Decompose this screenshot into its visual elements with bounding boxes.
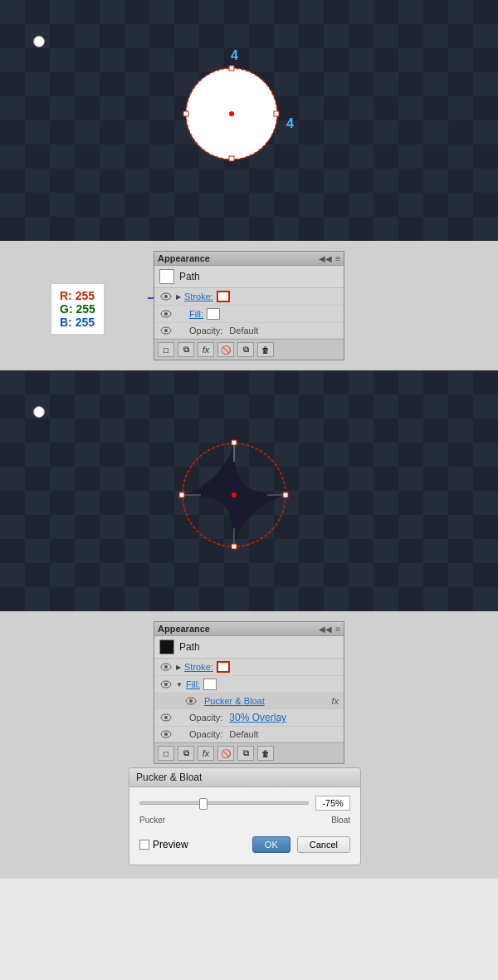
eye-icon-fill-1[interactable]: [159, 309, 173, 319]
eye-icon-stroke-1[interactable]: [159, 292, 173, 301]
path-label-1: Path: [179, 271, 200, 282]
svg-rect-28: [232, 544, 237, 549]
star-shape: [176, 437, 292, 556]
panel-footer-2: □ ⧉ fx 🚫 ⧉ 🗑: [154, 742, 344, 763]
panel-titlebar-1: Appearance ◀◀ ≡: [154, 252, 344, 266]
canvas-area-1: 4 4: [0, 0, 498, 241]
new-item-btn-2[interactable]: □: [158, 746, 174, 761]
preview-label: Preview: [153, 839, 188, 850]
pb-titlebar: Pucker & Bloat: [129, 768, 360, 787]
new-item-btn-1[interactable]: □: [158, 342, 174, 357]
opacity-label-2a: Opacity:: [189, 713, 222, 723]
appearance-panel-1: Appearance ◀◀ ≡ Path ▶ Stroke:: [154, 251, 344, 360]
fill-label-2[interactable]: Fill:: [186, 679, 200, 689]
trash-btn-1[interactable]: 🗑: [257, 342, 274, 357]
stroke-label-2[interactable]: Stroke:: [184, 662, 213, 672]
copy-btn-2[interactable]: ⧉: [237, 746, 254, 761]
path-row-1: Path: [154, 266, 344, 288]
fx-btn-1[interactable]: fx: [198, 342, 214, 357]
copy-btn-1[interactable]: ⧉: [237, 342, 254, 357]
svg-point-33: [164, 665, 168, 669]
stroke-row-1: ▶ Stroke:: [154, 288, 344, 306]
fill-row-1: Fill:: [154, 306, 344, 323]
path-swatch-2: [159, 639, 174, 654]
label-4-top: 4: [231, 48, 238, 63]
path-swatch-1: [159, 269, 174, 284]
svg-point-39: [164, 716, 168, 719]
panel-controls-1: ◀◀ ≡: [319, 254, 340, 263]
duplicate-btn-2[interactable]: ⧉: [178, 746, 194, 761]
pb-body: -75% Pucker Bloat Preview OK Cancel: [129, 787, 360, 865]
stroke-swatch-2[interactable]: [217, 661, 230, 673]
opacity-value-2b: Default: [229, 729, 258, 739]
slider-value[interactable]: -75%: [315, 796, 350, 811]
panel-titlebar-2: Appearance ◀◀ ≡: [154, 622, 344, 636]
opacity-row-1: Opacity: Default: [154, 323, 344, 339]
delete-btn-2[interactable]: 🚫: [217, 746, 234, 761]
bottom-spacer: [0, 865, 498, 875]
svg-point-37: [189, 699, 193, 703]
pb-buttons: OK Cancel: [252, 836, 350, 853]
ok-button[interactable]: OK: [252, 836, 290, 853]
fill-swatch-1[interactable]: [207, 308, 220, 320]
panel-body-2: Path ▶ Stroke: ▼ Fill:: [154, 636, 344, 742]
eye-icon-opacity-1[interactable]: [159, 326, 173, 336]
slider-thumb[interactable]: [199, 798, 208, 810]
color-label-box: R: 255 G: 255 B: 255: [50, 282, 105, 336]
panel-footer-1: □ ⧉ fx 🚫 ⧉ 🗑: [154, 339, 344, 360]
path-row-2: Path: [154, 636, 344, 659]
preview-cb[interactable]: [139, 840, 149, 850]
opacity-value-2a[interactable]: 30% Overlay: [229, 712, 286, 723]
eye-icon-opacity-2b[interactable]: [159, 729, 173, 739]
eye-icon-pucker[interactable]: [184, 696, 198, 706]
trash-btn-2[interactable]: 🗑: [257, 746, 274, 761]
fx-label-pucker: fx: [331, 696, 339, 706]
eye-icon-stroke-2[interactable]: [159, 662, 173, 672]
svg-point-16: [164, 329, 168, 332]
small-dot-2: [33, 406, 45, 418]
fill-row-2: ▼ Fill:: [154, 676, 344, 693]
color-r-label: R: 255: [60, 289, 95, 302]
collapse-icon-2[interactable]: ◀◀: [319, 625, 332, 634]
opacity-label-2b: Opacity:: [189, 729, 222, 739]
panel-section-2: Appearance ◀◀ ≡ Path ▶ Stroke:: [0, 611, 498, 879]
pb-title: Pucker & Bloat: [136, 772, 202, 783]
pucker-slider-label: Pucker: [139, 816, 165, 825]
collapse-icon-1[interactable]: ◀◀: [319, 254, 332, 263]
slider-labels: Pucker Bloat: [139, 816, 350, 825]
svg-rect-30: [283, 492, 288, 497]
panel-section-1: R: 255 G: 255 B: 255 Appearance ◀◀ ≡ Pat…: [0, 241, 498, 370]
svg-point-14: [164, 312, 168, 316]
delete-btn-1[interactable]: 🚫: [217, 342, 234, 357]
opacity-row-2a: Opacity: 30% Overlay: [154, 709, 344, 727]
panel-title-1: Appearance: [158, 253, 210, 263]
eye-icon-fill-2[interactable]: [159, 679, 173, 689]
fill-label-1[interactable]: Fill:: [189, 309, 203, 319]
pucker-bloat-dialog: Pucker & Bloat -75% Pucker Bloat Preview: [129, 767, 361, 865]
svg-rect-29: [179, 492, 184, 497]
menu-icon-1[interactable]: ≡: [335, 254, 340, 263]
svg-point-10: [229, 111, 234, 116]
stroke-arrow-2: ▶: [176, 664, 181, 671]
canvas-area-2: [0, 370, 498, 611]
svg-rect-27: [232, 440, 237, 445]
fill-swatch-2[interactable]: [203, 679, 217, 690]
slider-container: -75%: [139, 796, 350, 811]
stroke-row-2: ▶ Stroke:: [154, 659, 344, 676]
pucker-label[interactable]: Pucker & Bloat: [204, 696, 265, 706]
fx-btn-2[interactable]: fx: [198, 746, 214, 761]
circle-svg-1: [183, 65, 281, 163]
menu-icon-2[interactable]: ≡: [335, 625, 340, 634]
star-svg: [176, 437, 292, 553]
eye-icon-opacity-2a[interactable]: [159, 713, 173, 723]
duplicate-btn-1[interactable]: ⧉: [178, 342, 194, 357]
slider-track[interactable]: [139, 801, 309, 805]
stroke-arrow-1: ▶: [176, 293, 181, 301]
cancel-button[interactable]: Cancel: [297, 836, 350, 853]
panel-title-2: Appearance: [158, 624, 210, 634]
svg-rect-9: [274, 111, 279, 116]
stroke-swatch-1[interactable]: [217, 291, 230, 302]
bloat-slider-label: Bloat: [331, 816, 350, 825]
stroke-label-1[interactable]: Stroke:: [184, 292, 213, 301]
svg-point-12: [164, 295, 168, 298]
